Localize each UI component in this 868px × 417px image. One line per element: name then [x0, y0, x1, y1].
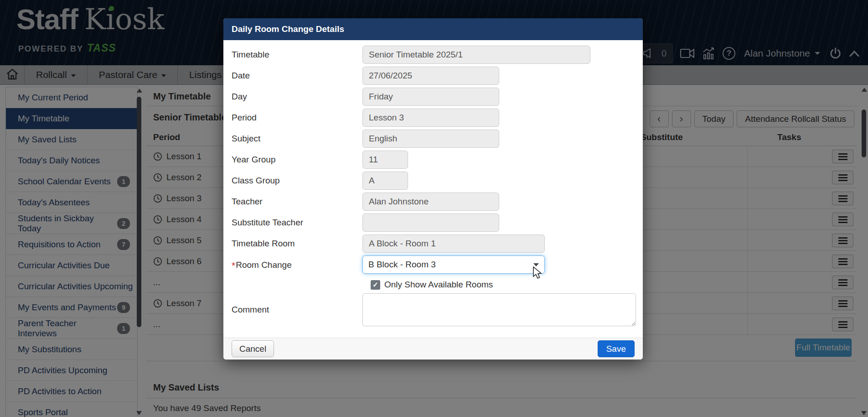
field-label: Day	[232, 92, 362, 102]
select-chevron-icon	[533, 263, 539, 266]
field-row-teacher: Teacher Alan Johnstone	[232, 193, 643, 211]
field-row-room-change: *Room Change B Block - Room 3	[232, 255, 643, 274]
class-group-field: A	[362, 172, 408, 190]
room-change-select[interactable]: B Block - Room 3	[362, 255, 545, 274]
cancel-button[interactable]: Cancel	[232, 340, 274, 357]
field-label: Teacher	[232, 197, 362, 207]
field-label: Period	[232, 113, 362, 123]
dialog-title-bar: Daily Room Change Details	[223, 18, 643, 40]
timetable-field: Senior Timetable 2025/1	[362, 46, 590, 64]
field-label: Timetable Room	[232, 239, 362, 249]
field-row-date: Date 27/06/2025	[232, 67, 643, 85]
field-row-comment: Comment	[232, 293, 643, 326]
field-label: Year Group	[232, 155, 362, 165]
dialog-title: Daily Room Change Details	[232, 24, 344, 34]
field-row-period: Period Lesson 3	[232, 109, 643, 127]
period-field: Lesson 3	[362, 109, 499, 127]
field-label: Date	[232, 71, 362, 81]
substitute-teacher-field	[362, 214, 499, 232]
teacher-field: Alan Johnstone	[362, 193, 499, 211]
required-asterisk: *	[232, 260, 235, 271]
only-available-rooms-checkbox[interactable]: ✓	[371, 280, 380, 290]
timetable-room-field: A Block - Room 1	[362, 235, 545, 253]
field-label: Substitute Teacher	[232, 218, 362, 228]
comment-textarea[interactable]	[362, 293, 636, 326]
checkbox-label: Only Show Available Rooms	[384, 280, 493, 290]
field-label: Subject	[232, 134, 362, 144]
date-field: 27/06/2025	[362, 67, 499, 85]
save-button[interactable]: Save	[598, 340, 635, 357]
dialog-footer: Cancel Save	[223, 338, 643, 360]
field-label: Class Group	[232, 176, 362, 186]
only-available-rooms-row: ✓ Only Show Available Rooms	[371, 280, 643, 290]
field-label: *Room Change	[232, 259, 362, 270]
field-row-subject: Subject English	[232, 130, 643, 148]
field-row-substitute-teacher: Substitute Teacher	[232, 214, 643, 232]
field-row-timetable: Timetable Senior Timetable 2025/1	[232, 46, 643, 64]
field-row-day: Day Friday	[232, 88, 643, 106]
room-change-value: B Block - Room 3	[368, 260, 436, 270]
daily-room-change-dialog: Daily Room Change Details Timetable Seni…	[223, 18, 643, 360]
staff-kiosk-page: StaffKiosk POWERED BYTASS 0 ? Alan Johns…	[0, 0, 868, 417]
subject-field: English	[362, 130, 499, 148]
year-group-field: 11	[362, 151, 408, 169]
day-field: Friday	[362, 88, 499, 106]
field-label: Comment	[232, 305, 362, 315]
field-row-year-group: Year Group 11	[232, 151, 643, 169]
field-row-timetable-room: Timetable Room A Block - Room 1	[232, 235, 643, 253]
field-label: Timetable	[232, 50, 362, 60]
field-row-class-group: Class Group A	[232, 172, 643, 190]
